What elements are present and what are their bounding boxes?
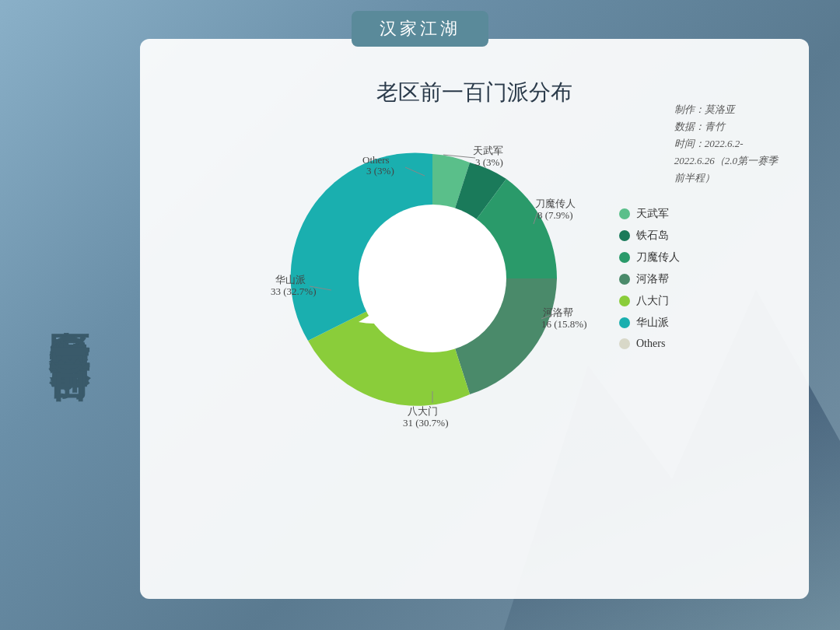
legend-dot-daomochuanren [619,252,630,263]
donut-svg: Others 3 (3%) 天武军 3 (3%) 刀魔传人 8 (7.9%) 河… [269,115,596,442]
donut-hole [359,205,506,352]
label-heluo-name: 河洛帮 [543,306,573,318]
label-others-value: 3 (3%) [366,165,394,177]
label-others-name: Others [362,154,390,166]
vertical-title-area: 老区门派数据图示（前一百） [22,39,115,599]
legend-item-daomochuanren: 刀魔传人 [619,250,680,264]
main-card: 老区前一百门派分布 制作：莫洛亚 数据：青竹 时间：2022.6.2- 2022… [140,39,809,599]
legend-label-daomochuanren: 刀魔传人 [636,250,680,264]
chart-area: Others 3 (3%) 天武军 3 (3%) 刀魔传人 8 (7.9%) 河… [163,115,786,442]
legend-dot-heluobang [619,274,630,285]
label-tianwujun-name: 天武军 [473,145,503,156]
legend-label-others: Others [636,338,665,350]
legend-dot-tianwujun [619,208,630,219]
legend-label-tieshidao: 铁石岛 [636,229,669,243]
legend-item-heluobang: 河洛帮 [619,272,680,286]
legend-dot-others [619,338,630,349]
label-bada-name: 八大门 [408,405,438,417]
vertical-title-text: 老区门派数据图示（前一百） [48,299,89,339]
legend-area: 天武军 铁石岛 刀魔传人 河洛帮 八大门 华山派 [619,207,680,350]
legend-label-tianwujun: 天武军 [636,207,669,221]
legend-item-others: Others [619,338,680,350]
legend-item-huashanpai: 华山派 [619,316,680,330]
app-title: 汉家江湖 [352,11,488,47]
donut-chart-container: Others 3 (3%) 天武军 3 (3%) 刀魔传人 8 (7.9%) 河… [269,115,596,442]
legend-label-huashanpai: 华山派 [636,316,669,330]
label-heluo-value: 16 (15.8%) [541,318,587,330]
label-daomo-name: 刀魔传人 [535,198,576,209]
label-huashan-value: 33 (32.7%) [271,285,317,297]
label-daomo-value: 8 (7.9%) [537,209,573,221]
legend-label-heluobang: 河洛帮 [636,272,669,286]
legend-item-tianwujun: 天武军 [619,207,680,221]
legend-dot-huashanpai [619,317,630,328]
legend-dot-badamen [619,296,630,306]
legend-label-badamen: 八大门 [636,294,669,308]
label-bada-value: 31 (30.7%) [403,417,449,429]
label-huashan-name: 华山派 [275,274,306,285]
legend-dot-tieshidao [619,230,630,241]
legend-item-tieshidao: 铁石岛 [619,229,680,243]
label-tianwujun-value: 3 (3%) [475,156,503,168]
legend-item-badamen: 八大门 [619,294,680,308]
